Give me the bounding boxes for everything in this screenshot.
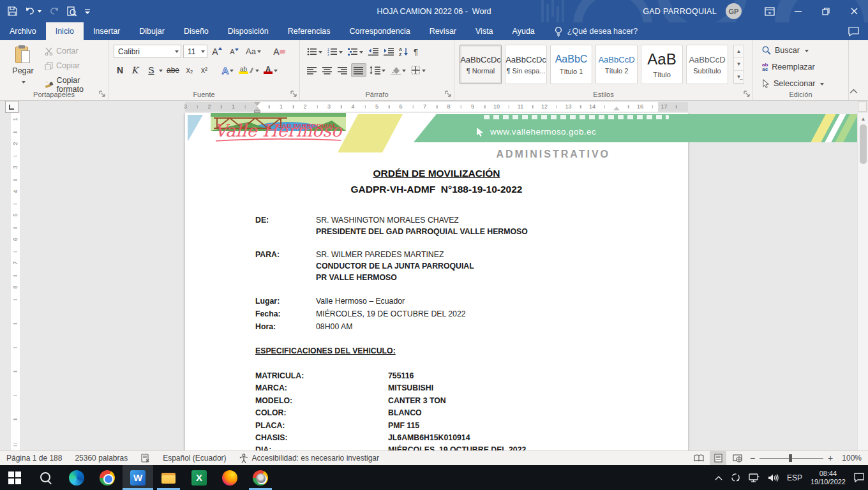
tab-inicio[interactable]: Inicio — [46, 22, 84, 40]
style-título2[interactable]: AaBbCcDTítulo 2 — [595, 45, 638, 84]
tab-correspondencia[interactable]: Correspondencia — [340, 22, 419, 40]
taskbar-word-icon[interactable]: W — [123, 465, 153, 490]
zoom-out-button[interactable]: − — [748, 453, 757, 463]
styles-gallery-expand-icon[interactable]: ▼̲ — [734, 71, 744, 84]
tray-app-icon[interactable] — [731, 473, 740, 482]
highlight-color-button[interactable]: ab — [239, 63, 259, 77]
scrollbar-thumb[interactable] — [860, 124, 867, 164]
paragraph-dialog-launcher-icon[interactable] — [445, 91, 452, 98]
bold-button[interactable]: N — [114, 63, 126, 77]
accessibility-status[interactable]: Accesibilidad: es necesario investigar — [239, 454, 379, 463]
style-subtítulo[interactable]: AaBbCcDSubtítulo — [686, 45, 728, 84]
action-center-icon[interactable] — [854, 473, 864, 482]
page-indicator[interactable]: Página 1 de 188 — [6, 454, 62, 463]
horizontal-ruler[interactable]: 12312345678910111213141617 — [185, 102, 688, 112]
decrease-indent-icon[interactable] — [366, 45, 380, 59]
read-mode-view-icon[interactable] — [691, 451, 707, 465]
superscript-button[interactable]: x² — [198, 63, 211, 77]
tab-stop-selector[interactable] — [5, 101, 19, 113]
tab-diseño[interactable]: Diseño — [174, 22, 218, 40]
clipboard-dialog-launcher-icon[interactable] — [99, 91, 106, 98]
account-name[interactable]: GAD PARROQUIAL — [643, 7, 717, 16]
font-color-button[interactable]: A — [261, 63, 280, 77]
undo-dropdown-icon[interactable] — [38, 10, 41, 15]
font-size-combo[interactable]: 11 — [183, 45, 207, 58]
taskbar-start-icon[interactable] — [0, 465, 31, 490]
align-right-icon[interactable] — [336, 63, 350, 77]
bullets-icon[interactable] — [305, 45, 324, 59]
shrink-font-button[interactable]: A — [227, 45, 242, 58]
clear-formatting-button[interactable]: A — [271, 45, 289, 58]
close-button[interactable] — [840, 0, 868, 22]
tab-referencias[interactable]: Referencias — [278, 22, 340, 40]
volume-icon[interactable] — [768, 473, 779, 482]
line-spacing-icon[interactable] — [368, 63, 387, 77]
avatar[interactable]: GP — [726, 3, 742, 19]
network-icon[interactable] — [749, 473, 760, 482]
taskbar-search-icon[interactable] — [31, 465, 61, 490]
taskbar-chrome-icon[interactable] — [92, 465, 123, 490]
save-icon[interactable] — [8, 6, 17, 16]
zoom-slider-handle[interactable] — [789, 454, 792, 462]
comments-icon[interactable] — [848, 22, 859, 40]
tray-expand-chevron-icon[interactable] — [715, 475, 722, 480]
taskbar-explorer-icon[interactable] — [153, 465, 184, 490]
grow-font-button[interactable]: A — [209, 45, 225, 58]
zoom-in-button[interactable]: + — [826, 453, 835, 463]
numbering-icon[interactable]: 123 — [326, 45, 345, 59]
collapse-ribbon-icon[interactable] — [849, 89, 858, 94]
proofing-errors-icon[interactable] — [140, 454, 150, 463]
find-button[interactable]: Buscar — [762, 46, 809, 55]
vertical-ruler[interactable]: 12345678 — [11, 113, 20, 450]
paste-dropdown-icon[interactable] — [22, 81, 26, 85]
styles-scroll-down-icon[interactable]: ▼ — [734, 58, 744, 71]
undo-button[interactable] — [25, 7, 41, 16]
styles-scroll-up-icon[interactable]: ▲ — [734, 45, 744, 58]
align-justify-icon[interactable] — [351, 63, 366, 77]
underline-dropdown-icon[interactable] — [159, 70, 163, 74]
tell-me-hint[interactable]: ¿Qué desea hacer? — [567, 27, 638, 36]
document-page[interactable]: Valle Hermoso GAD PARROQUIAL www.vallehe… — [185, 113, 688, 450]
tab-insertar[interactable]: Insertar — [84, 22, 130, 40]
scroll-up-icon[interactable]: ▲ — [858, 114, 868, 123]
change-case-button[interactable]: Aa — [244, 45, 263, 58]
shading-icon[interactable] — [389, 63, 408, 77]
taskbar-excel-icon[interactable]: X — [184, 465, 214, 490]
tab-dibujar[interactable]: Dibujar — [130, 22, 174, 40]
pilcrow-icon[interactable]: ¶ — [412, 45, 420, 59]
borders-icon[interactable] — [409, 63, 428, 77]
restore-button[interactable] — [812, 0, 840, 22]
tab-vista[interactable]: Vista — [466, 22, 503, 40]
tab-archivo[interactable]: Archivo — [0, 22, 46, 40]
style-título[interactable]: AaBTítulo — [641, 45, 683, 84]
underline-button[interactable]: S — [143, 63, 160, 77]
taskbar-chrome2-icon[interactable] — [245, 465, 276, 490]
zoom-slider[interactable] — [760, 451, 823, 465]
replace-button[interactable]: abac Reemplazar — [762, 63, 815, 71]
vertical-scrollbar[interactable]: ▲ — [857, 113, 868, 450]
ribbon-display-options-button[interactable] — [756, 0, 784, 22]
strikethrough-button[interactable]: abe — [165, 63, 181, 77]
web-layout-view-icon[interactable] — [729, 451, 745, 465]
text-effects-button[interactable]: A — [219, 63, 237, 77]
multilevel-list-icon[interactable] — [346, 45, 365, 59]
font-dialog-launcher-icon[interactable] — [290, 91, 297, 98]
font-name-combo[interactable]: Calibri — [114, 45, 181, 58]
tab-ayuda[interactable]: Ayuda — [503, 22, 544, 40]
style-título1[interactable]: AaBbCTítulo 1 — [550, 45, 592, 84]
tab-revisar[interactable]: Revisar — [420, 22, 466, 40]
style-sinespa[interactable]: AaBbCcDc¶ Sin espa... — [505, 45, 547, 84]
print-preview-icon[interactable] — [67, 6, 77, 17]
align-center-icon[interactable] — [320, 63, 334, 77]
language-indicator[interactable]: Español (Ecuador) — [163, 454, 226, 463]
paste-button[interactable]: Pegar — [6, 45, 40, 87]
increase-indent-icon[interactable] — [382, 45, 396, 59]
zoom-percentage[interactable]: 100% — [837, 454, 862, 463]
subscript-button[interactable]: x₂ — [183, 63, 196, 77]
keyboard-language[interactable]: ESP — [787, 473, 802, 482]
word-count[interactable]: 25360 palabras — [75, 454, 128, 463]
styles-dialog-launcher-icon[interactable] — [744, 91, 751, 98]
tab-disposición[interactable]: Disposición — [218, 22, 278, 40]
right-indent-marker[interactable] — [613, 107, 620, 110]
hanging-indent-marker[interactable] — [254, 107, 260, 113]
